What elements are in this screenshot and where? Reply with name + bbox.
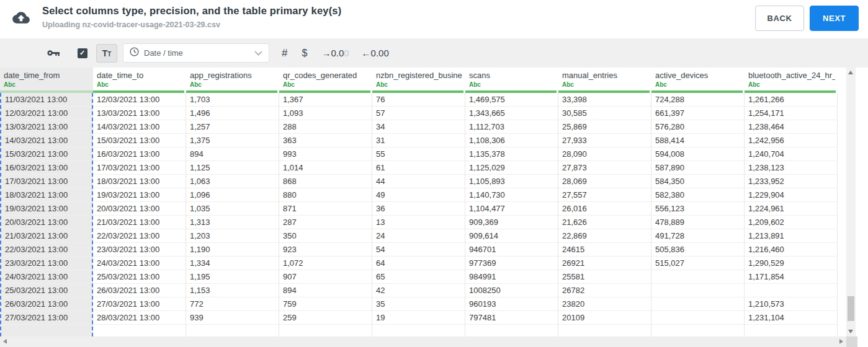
- scroll-left-icon[interactable]: [3, 339, 7, 344]
- table-cell[interactable]: 64: [372, 257, 465, 270]
- table-cell[interactable]: 582,380: [651, 188, 744, 202]
- table-cell[interactable]: 1,242,956: [745, 134, 837, 147]
- table-cell[interactable]: 13/03/2021 13:00: [93, 107, 186, 120]
- table-column-scans[interactable]: scansAbc1,469,5751,343,6651,112,7031,108…: [465, 68, 558, 336]
- table-cell[interactable]: 12/03/2021 13:00: [93, 93, 186, 107]
- table-cell[interactable]: 587,890: [651, 161, 744, 175]
- table-cell[interactable]: 759: [279, 297, 372, 311]
- table-cell[interactable]: 21,626: [558, 216, 651, 229]
- table-column-manual_entries[interactable]: manual_entriesAbc33,39830,58525,86927,93…: [558, 68, 651, 336]
- column-header[interactable]: qr_codes_generatedAbc: [279, 68, 372, 90]
- table-cell[interactable]: 1,238,123: [745, 161, 837, 175]
- table-cell[interactable]: 34: [372, 120, 465, 134]
- table-cell[interactable]: 907: [279, 270, 372, 284]
- table-cell[interactable]: 1,195: [186, 270, 279, 284]
- table-cell[interactable]: 27,873: [558, 161, 651, 175]
- table-cell[interactable]: 17/03/2021 13:00: [1, 175, 92, 188]
- horizontal-scrollbar[interactable]: [0, 336, 846, 347]
- column-include-checkbox[interactable]: [78, 48, 87, 58]
- table-cell[interactable]: 26782: [558, 284, 651, 297]
- table-cell[interactable]: 23820: [558, 297, 651, 311]
- table-cell[interactable]: 14/03/2021 13:00: [1, 134, 92, 147]
- table-cell[interactable]: 1008250: [465, 284, 558, 297]
- table-cell[interactable]: 288: [279, 120, 372, 134]
- column-header[interactable]: nzbn_registered_busineAbc: [372, 68, 465, 90]
- table-cell[interactable]: 21/03/2021 13:00: [93, 216, 186, 229]
- table-cell[interactable]: 20/03/2021 13:00: [93, 202, 186, 216]
- table-cell[interactable]: 22/03/2021 13:00: [1, 243, 92, 257]
- table-column-date_time_to[interactable]: date_time_toAbc12/03/2021 13:0013/03/202…: [93, 68, 186, 336]
- table-cell[interactable]: 909,369: [465, 216, 558, 229]
- table-cell[interactable]: 28,090: [558, 147, 651, 161]
- table-cell[interactable]: 505,836: [651, 243, 744, 257]
- table-cell[interactable]: 1,125,029: [465, 161, 558, 175]
- table-cell[interactable]: 24: [372, 229, 465, 243]
- table-cell[interactable]: 1,135,378: [465, 147, 558, 161]
- table-cell[interactable]: 594,008: [651, 147, 744, 161]
- table-cell[interactable]: 20109: [558, 311, 651, 325]
- table-cell[interactable]: 36: [372, 202, 465, 216]
- table-cell[interactable]: 30,585: [558, 107, 651, 120]
- column-type-select[interactable]: Date / time: [123, 43, 269, 63]
- table-cell[interactable]: 27/03/2021 13:00: [1, 311, 92, 325]
- table-cell[interactable]: 20/03/2021 13:00: [1, 216, 92, 229]
- table-cell[interactable]: 923: [279, 243, 372, 257]
- table-cell[interactable]: 65: [372, 270, 465, 284]
- table-cell[interactable]: 576,280: [651, 120, 744, 134]
- table-cell[interactable]: 1,233,952: [745, 175, 837, 188]
- table-cell[interactable]: [651, 297, 744, 311]
- table-cell[interactable]: 19/03/2021 13:00: [1, 202, 92, 216]
- table-cell[interactable]: 25/03/2021 13:00: [93, 270, 186, 284]
- table-cell[interactable]: 12/03/2021 13:00: [1, 107, 92, 120]
- table-cell[interactable]: 1,231,104: [745, 311, 837, 325]
- table-cell[interactable]: 35: [372, 297, 465, 311]
- table-cell[interactable]: 11/03/2021 13:00: [1, 93, 92, 107]
- table-cell[interactable]: 19/03/2021 13:00: [93, 188, 186, 202]
- table-cell[interactable]: 868: [279, 175, 372, 188]
- scroll-up-icon[interactable]: [848, 71, 853, 74]
- table-cell[interactable]: 26/03/2021 13:00: [93, 284, 186, 297]
- table-cell[interactable]: 27/03/2021 13:00: [93, 297, 186, 311]
- table-cell[interactable]: 491,728: [651, 229, 744, 243]
- scroll-down-icon[interactable]: [848, 330, 853, 333]
- table-cell[interactable]: 28/03/2021 13:00: [93, 311, 186, 325]
- table-cell[interactable]: 1,093: [279, 107, 372, 120]
- table-cell[interactable]: 23/03/2021 13:00: [1, 257, 92, 270]
- table-cell[interactable]: 19: [372, 311, 465, 325]
- table-cell[interactable]: 1,209,602: [745, 216, 837, 229]
- table-cell[interactable]: 1,703: [186, 93, 279, 107]
- primary-key-icon[interactable]: [47, 49, 60, 57]
- table-cell[interactable]: 1,112,703: [465, 120, 558, 134]
- table-cell[interactable]: 26,016: [558, 202, 651, 216]
- column-header[interactable]: active_devicesAbc: [651, 68, 745, 90]
- table-cell[interactable]: [745, 284, 837, 297]
- table-cell[interactable]: 44: [372, 175, 465, 188]
- text-type-button[interactable]: Tt: [96, 44, 117, 63]
- table-cell[interactable]: 259: [279, 311, 372, 325]
- table-cell[interactable]: 946701: [465, 243, 558, 257]
- number-type-button[interactable]: #: [282, 47, 287, 59]
- table-cell[interactable]: 1,261,266: [745, 93, 837, 107]
- table-column-active_devices[interactable]: active_devicesAbc724,288661,397576,28058…: [651, 68, 745, 336]
- column-header[interactable]: date_time_toAbc: [93, 68, 186, 90]
- table-cell[interactable]: 363: [279, 134, 372, 147]
- table-cell[interactable]: 287: [279, 216, 372, 229]
- table-cell[interactable]: 1,496: [186, 107, 279, 120]
- table-cell[interactable]: 350: [279, 229, 372, 243]
- table-cell[interactable]: 1,216,460: [745, 243, 837, 257]
- table-cell[interactable]: 13: [372, 216, 465, 229]
- table-cell[interactable]: [651, 311, 744, 325]
- table-cell[interactable]: 1,224,961: [745, 202, 837, 216]
- table-cell[interactable]: 54: [372, 243, 465, 257]
- table-cell[interactable]: 588,414: [651, 134, 744, 147]
- table-cell[interactable]: 17/03/2021 13:00: [93, 161, 186, 175]
- table-cell[interactable]: 1,375: [186, 134, 279, 147]
- column-header[interactable]: app_registrationsAbc: [186, 68, 279, 90]
- table-cell[interactable]: 515,027: [651, 257, 744, 270]
- table-cell[interactable]: 1,153: [186, 284, 279, 297]
- table-cell[interactable]: 584,350: [651, 175, 744, 188]
- table-cell[interactable]: 894: [186, 147, 279, 161]
- table-column-nzbn_registered_busine[interactable]: nzbn_registered_busineAbc765734315561444…: [372, 68, 465, 336]
- table-column-app_registrations[interactable]: app_registrationsAbc1,7031,4961,2571,375…: [186, 68, 279, 336]
- table-cell[interactable]: 24/03/2021 13:00: [1, 270, 92, 284]
